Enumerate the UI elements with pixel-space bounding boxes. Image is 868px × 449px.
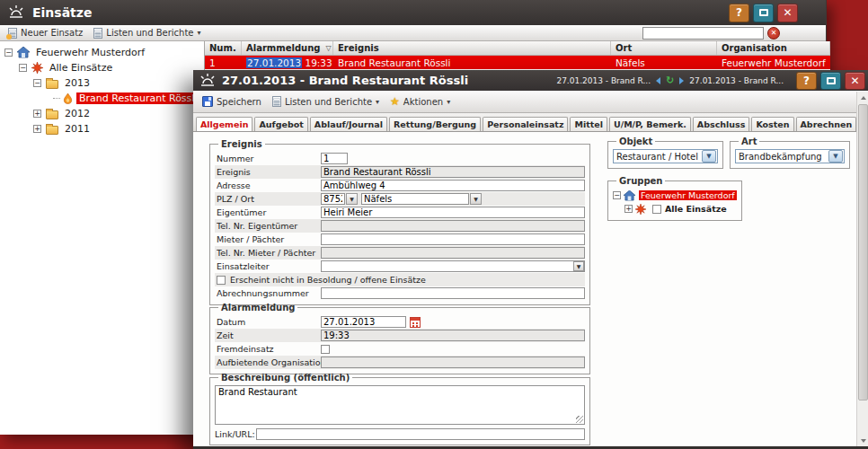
- help-button[interactable]: ?: [729, 4, 749, 22]
- tab-rettung-bergung[interactable]: Rettung/Bergung: [389, 117, 481, 131]
- column-header-num[interactable]: Num.: [205, 41, 242, 55]
- beschreibung-textarea[interactable]: Brand Restaurant: [215, 385, 585, 425]
- tree-item-2012[interactable]: + 2012: [0, 106, 204, 121]
- besoldung-checkbox[interactable]: [217, 276, 226, 285]
- einsatz-dialog: 27.01.2013 - Brand Restaurant Rössli 27.…: [193, 70, 868, 449]
- column-header-ereignis[interactable]: Ereignis: [333, 41, 611, 55]
- eigentuemer-field[interactable]: [321, 207, 585, 218]
- actions-button[interactable]: ★ Aktionen ▾: [385, 94, 456, 109]
- save-button[interactable]: Speichern: [197, 94, 267, 109]
- tree-item-2011[interactable]: + 2011: [0, 121, 204, 136]
- document-icon: [93, 28, 102, 39]
- dialog-scrollbar[interactable]: [856, 92, 868, 446]
- resize-grip-icon[interactable]: [576, 416, 583, 423]
- gruppen-item-alle-einsaetze[interactable]: + Alle Einsätze: [613, 202, 737, 216]
- window-icon: [827, 77, 836, 84]
- window-mode-button[interactable]: [753, 4, 774, 22]
- column-header-ort[interactable]: Ort: [611, 41, 717, 55]
- scrollbar-thumb[interactable]: [858, 104, 868, 401]
- gruppen-item-feuerwehr-musterdorf[interactable]: − Feuerwehr Musterdorf: [613, 189, 737, 202]
- tree-item-brand-restaurant-roessli[interactable]: Brand Restaurant Rössli: [0, 91, 204, 106]
- next-record-label: 27.01.2013 - Brand R...: [689, 76, 784, 85]
- tel-mieter-field[interactable]: [321, 247, 585, 259]
- einsatzleiter-dropdown-icon[interactable]: ▼: [573, 261, 584, 271]
- floppy-disk-icon: [202, 96, 213, 107]
- new-einsatz-button[interactable]: Neuer Einsatz: [3, 26, 88, 40]
- flame-icon: [63, 92, 73, 104]
- aufbietende-organisation-field[interactable]: [321, 357, 585, 368]
- form-row-besoldung-checkbox: Erscheint nicht in Besoldung / offene Ei…: [215, 273, 585, 286]
- column-header-organisation[interactable]: Organisation: [717, 41, 830, 55]
- datum-field[interactable]: [321, 316, 406, 328]
- tel-eigentuemer-field[interactable]: [321, 220, 585, 232]
- dialog-controls: ? ✕: [793, 72, 865, 90]
- tree-item-2013[interactable]: − 2013: [0, 75, 204, 91]
- ort-field[interactable]: [361, 193, 469, 205]
- tab-abschluss[interactable]: Abschluss: [693, 117, 750, 131]
- collapse-toggle[interactable]: −: [4, 48, 13, 57]
- close-button[interactable]: ✕: [777, 4, 798, 22]
- folder-open-icon: [46, 78, 58, 89]
- form-row-ereignis: Ereignis: [215, 165, 585, 179]
- link-url-field[interactable]: [256, 428, 585, 440]
- dialog-help-button[interactable]: ?: [796, 72, 817, 90]
- dialog-close-button[interactable]: ✕: [845, 72, 865, 90]
- tab-allgemein[interactable]: Allgemein: [196, 117, 252, 132]
- tab-ablauf-journal[interactable]: Ablauf/Journal: [310, 117, 387, 131]
- form-row-plz-ort: PLZ / Ort ▼ ▼: [215, 192, 585, 206]
- chevron-down-icon: ▾: [198, 29, 201, 37]
- adresse-field[interactable]: [321, 180, 585, 191]
- mieter-field[interactable]: [321, 233, 585, 245]
- date-highlight: 27.01.2013: [246, 57, 302, 68]
- fieldset-art: Art Brandbekämpfung ▼: [730, 136, 850, 169]
- collapse-toggle[interactable]: −: [613, 191, 621, 199]
- collapse-toggle[interactable]: −: [33, 79, 41, 87]
- form-row-datum: Datum: [215, 315, 585, 329]
- tab-aufgebot[interactable]: Aufgebot: [254, 117, 307, 131]
- tree-item-alle-einsaetze[interactable]: − Alle Einsätze: [0, 60, 204, 75]
- plz-field[interactable]: [321, 193, 345, 205]
- tab-personaleinsatz[interactable]: Personaleinsatz: [483, 117, 568, 131]
- art-select[interactable]: Brandbekämpfung ▼: [735, 149, 845, 163]
- burst-icon: [31, 62, 43, 74]
- calendar-icon[interactable]: [410, 317, 421, 328]
- tab-ump-bemerk[interactable]: U/M/P, Bemerk.: [609, 117, 691, 131]
- einsatzleiter-field[interactable]: [321, 260, 585, 272]
- lists-reports-button[interactable]: Listen und Berichte ▾: [88, 26, 206, 40]
- dialog-toolbar: Speichern Listen und Berichte ▾ ★ Aktion…: [193, 91, 868, 113]
- table-row[interactable]: 1 27.01.2013 19:33 Brand Restaurant Röss…: [205, 56, 830, 69]
- column-header-alarmmeldung[interactable]: Alarmmeldung ▽: [242, 41, 333, 55]
- scroll-down-icon[interactable]: [857, 435, 868, 446]
- objekt-select[interactable]: Restaurant / Hotel ▼: [613, 149, 718, 163]
- fremdeinsatz-checkbox[interactable]: [321, 345, 330, 354]
- expand-toggle[interactable]: +: [33, 110, 41, 118]
- table-header: Num. Alarmmeldung ▽ Ereignis Ort Organis…: [205, 41, 830, 56]
- search-input[interactable]: [642, 27, 764, 40]
- ort-dropdown-icon[interactable]: ▼: [470, 193, 482, 205]
- tab-mittel[interactable]: Mittel: [570, 117, 607, 131]
- tab-abrechnen[interactable]: Abrechnen: [796, 117, 857, 131]
- scroll-up-icon[interactable]: [857, 92, 868, 103]
- dialog-lists-reports-button[interactable]: Listen und Berichte ▾: [267, 94, 385, 109]
- expand-toggle[interactable]: +: [33, 125, 41, 133]
- tree-item-feuerwehr-musterdorf[interactable]: − Feuerwehr Musterdorf: [0, 45, 204, 60]
- zeit-field[interactable]: [321, 330, 585, 341]
- desktop: Einsätze ? ✕ Neuer Einsatz Listen und Be…: [0, 0, 868, 449]
- collapse-toggle[interactable]: −: [19, 64, 27, 72]
- nummer-field[interactable]: [321, 153, 348, 164]
- expand-toggle[interactable]: +: [624, 205, 633, 213]
- alle-einsaetze-checkbox[interactable]: [652, 205, 661, 214]
- ereignis-field[interactable]: [321, 166, 585, 178]
- prev-record-label: 27.01.2013 - Brand R...: [556, 76, 651, 85]
- star-icon: ★: [390, 96, 400, 107]
- abrechnungsnummer-field[interactable]: [321, 287, 585, 299]
- dialog-window-mode-button[interactable]: [820, 72, 841, 90]
- next-record-icon[interactable]: [679, 77, 684, 84]
- house-icon: [624, 190, 635, 201]
- burst-icon: [635, 204, 646, 215]
- tab-kosten[interactable]: Kosten: [751, 117, 793, 131]
- refresh-icon[interactable]: ↻: [666, 75, 674, 85]
- prev-record-icon[interactable]: [656, 77, 660, 84]
- clear-search-icon[interactable]: ✕: [767, 27, 780, 40]
- plz-dropdown-icon[interactable]: ▼: [346, 193, 358, 205]
